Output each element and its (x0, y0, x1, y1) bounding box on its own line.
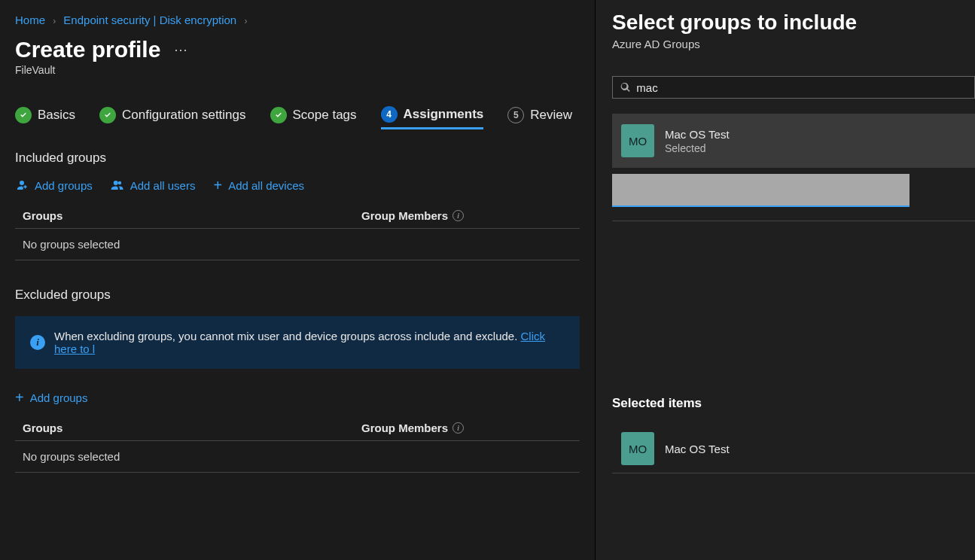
tab-assignments[interactable]: 4 Assignments (381, 106, 484, 129)
column-header-groups: Groups (23, 422, 361, 434)
included-groups-heading: Included groups (15, 151, 580, 166)
wizard-tabs: Basics Configuration settings Scope tags… (15, 106, 580, 129)
plus-icon: + (213, 178, 222, 193)
add-all-users-button[interactable]: Add all users (111, 178, 196, 193)
add-all-devices-button[interactable]: + Add all devices (213, 178, 304, 193)
search-icon (620, 82, 630, 93)
plus-icon: + (15, 390, 24, 405)
select-groups-panel: Select groups to include Azure AD Groups… (595, 0, 975, 560)
tab-label: Review (530, 108, 572, 123)
people-icon (111, 178, 124, 192)
page-subtitle: FileVault (15, 64, 580, 76)
breadcrumb: Home › Endpoint security | Disk encrypti… (15, 14, 580, 26)
chevron-right-icon: › (53, 16, 56, 26)
excluded-groups-table: Groups Group Members i No groups selecte… (15, 415, 580, 473)
divider (612, 221, 975, 221)
check-icon (270, 107, 287, 123)
included-groups-table: Groups Group Members i No groups selecte… (15, 203, 580, 260)
step-number-icon: 5 (507, 107, 524, 123)
search-input[interactable] (636, 81, 967, 94)
selected-item-name: Mac OS Test (665, 443, 730, 455)
check-icon (15, 107, 32, 123)
tab-label: Basics (38, 108, 75, 123)
tab-configuration-settings[interactable]: Configuration settings (99, 107, 245, 129)
tab-basics[interactable]: Basics (15, 107, 75, 129)
column-header-members: Group Members i (361, 422, 464, 434)
tab-label: Scope tags (293, 108, 357, 123)
info-icon[interactable]: i (452, 422, 464, 434)
selected-items-heading: Selected items (612, 396, 975, 411)
button-label: Add groups (30, 391, 88, 404)
info-banner: i When excluding groups, you cannot mix … (15, 316, 580, 369)
page-title: Create profile (15, 37, 160, 62)
tab-label: Assignments (404, 107, 484, 122)
result-status: Selected (665, 142, 730, 154)
chevron-right-icon: › (244, 16, 247, 26)
check-icon (99, 107, 116, 123)
banner-text: When excluding groups, you cannot mix us… (54, 330, 521, 342)
selected-item[interactable]: MO Mac OS Test (612, 425, 975, 473)
info-icon[interactable]: i (452, 210, 464, 221)
table-empty-row: No groups selected (15, 441, 580, 473)
more-actions-button[interactable]: ··· (174, 42, 187, 58)
breadcrumb-home[interactable]: Home (15, 14, 45, 26)
add-groups-excluded-button[interactable]: + Add groups (15, 390, 87, 405)
button-label: Add groups (35, 179, 93, 192)
search-result-item[interactable]: MO Mac OS Test Selected (612, 114, 975, 168)
group-avatar: MO (621, 124, 654, 157)
add-groups-button[interactable]: Add groups (15, 178, 93, 193)
loading-placeholder (612, 174, 909, 207)
add-person-icon (15, 178, 29, 192)
excluded-groups-heading: Excluded groups (15, 288, 580, 303)
group-avatar: MO (621, 432, 654, 465)
tab-review[interactable]: 5 Review (507, 107, 572, 129)
breadcrumb-endpoint-security[interactable]: Endpoint security | Disk encryption (63, 14, 236, 26)
panel-subtitle: Azure AD Groups (612, 38, 975, 50)
panel-title: Select groups to include (612, 11, 975, 35)
result-name: Mac OS Test (665, 128, 730, 141)
search-box[interactable] (612, 76, 975, 99)
step-number-icon: 4 (381, 106, 398, 123)
button-label: Add all devices (228, 179, 304, 192)
info-icon: i (30, 335, 45, 350)
button-label: Add all users (130, 179, 196, 192)
column-header-members: Group Members i (361, 209, 464, 222)
tab-scope-tags[interactable]: Scope tags (270, 107, 357, 129)
tab-label: Configuration settings (122, 108, 245, 123)
table-empty-row: No groups selected (15, 229, 580, 260)
column-header-groups: Groups (23, 209, 361, 222)
